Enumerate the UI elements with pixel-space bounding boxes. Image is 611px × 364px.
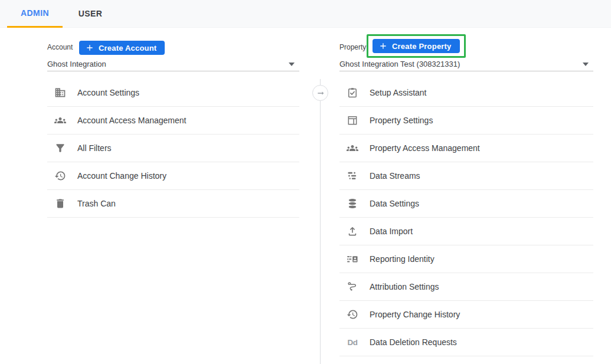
menu-item-label: Trash Can [77,199,116,208]
menu-item-account-change-history[interactable]: Account Change History [47,162,299,190]
menu-item-account-settings[interactable]: Account Settings [47,79,299,107]
create-account-button[interactable]: Create Account [79,41,165,55]
history-icon [54,170,66,182]
plus-icon [378,41,388,51]
menu-item-label: Account Settings [77,88,139,97]
menu-item-label: Reporting Identity [370,254,434,264]
data-deletion-dd-icon: Dd [347,336,358,348]
attribution-path-icon [347,281,358,293]
layout-icon [347,114,358,126]
menu-item-all-filters[interactable]: All Filters [47,135,299,162]
menu-item-label: Property Change History [370,310,460,319]
people-icon [54,114,66,126]
tab-bar: ADMIN USER [0,0,611,28]
menu-item-label: Account Change History [77,171,166,181]
menu-item-label: Setup Assistant [370,88,427,97]
menu-item-reporting-identity[interactable]: Reporting Identity [339,245,593,273]
menu-item-label: Account Access Management [77,116,186,125]
menu-item-account-access-management[interactable]: Account Access Management [47,107,299,135]
menu-item-label: Property Settings [370,116,433,125]
menu-item-label: Property Access Management [370,143,480,153]
menu-item-label: Data Import [370,227,413,236]
account-menu: Account Settings Account Access Manageme… [47,79,299,218]
menu-item-property-access-management[interactable]: Property Access Management [339,135,593,162]
filter-icon [54,142,66,154]
menu-item-data-streams[interactable]: Data Streams [339,162,593,190]
menu-item-data-deletion-requests[interactable]: Dd Data Deletion Requests [339,329,593,356]
menu-item-data-import[interactable]: Data Import [339,218,593,245]
people-icon [347,142,358,154]
menu-item-data-settings[interactable]: Data Settings [339,190,593,218]
arrow-right-icon [316,88,325,98]
plus-icon [85,43,94,53]
property-selector-value: Ghost Integration Test (308321331) [339,60,460,68]
highlight-annotation-box: Create Property [367,34,466,58]
account-selector[interactable]: Ghost Integration [47,59,299,71]
menu-item-label: Data Settings [370,199,419,208]
upload-icon [347,225,358,237]
account-selector-value: Ghost Integration [47,60,106,68]
menu-item-attribution-settings[interactable]: Attribution Settings [339,273,593,301]
menu-item-setup-assistant[interactable]: Setup Assistant [339,79,593,107]
building-icon [54,87,66,99]
account-label: Account [47,43,73,51]
create-property-label: Create Property [392,42,452,51]
property-menu: Setup Assistant Property Settings Proper… [339,79,593,356]
move-to-property-button[interactable] [312,85,328,101]
database-icon [347,198,358,209]
trash-icon [54,198,66,209]
menu-item-property-change-history[interactable]: Property Change History [339,301,593,329]
identity-card-icon [347,253,358,265]
create-property-button[interactable]: Create Property [373,39,460,53]
menu-item-label: Data Deletion Requests [370,337,457,347]
property-selector[interactable]: Ghost Integration Test (308321331) [339,59,593,71]
menu-item-property-settings[interactable]: Property Settings [339,107,593,135]
setup-assistant-icon [347,87,358,99]
column-divider [320,79,321,364]
tab-admin[interactable]: ADMIN [7,0,63,28]
menu-item-trash-can[interactable]: Trash Can [47,190,299,218]
data-streams-icon [347,170,358,182]
dropdown-arrow-icon [583,63,589,66]
dropdown-arrow-icon [289,63,295,66]
menu-item-label: All Filters [77,143,112,153]
menu-item-label: Attribution Settings [370,282,439,291]
create-account-label: Create Account [99,44,156,53]
menu-item-label: Data Streams [370,171,420,181]
history-icon [347,309,358,320]
tab-user[interactable]: USER [63,0,118,28]
property-label: Property [339,43,366,51]
